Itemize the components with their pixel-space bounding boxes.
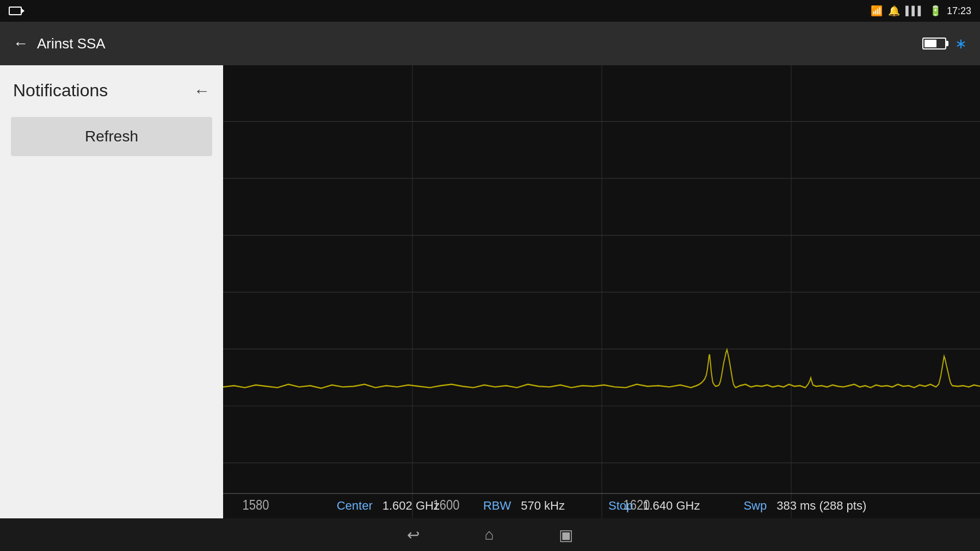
rbw-label: RBW: [483, 499, 511, 513]
nav-home-button[interactable]: ⌂: [485, 526, 494, 543]
sidebar-panel: Notifications ← Refresh: [0, 65, 223, 518]
bluetooth-icon: ∗: [955, 35, 967, 52]
main-content: Notifications ← Refresh 1580 1600 1620: [0, 65, 980, 518]
status-bar-left: [9, 7, 22, 15]
status-time: 17:23: [947, 5, 971, 17]
rbw-info: RBW 570 kHz: [483, 499, 565, 513]
notifications-status-icon: 🔔: [888, 5, 900, 17]
sidebar-close-button[interactable]: ←: [194, 82, 210, 100]
header-left: ← Arinst SSA: [13, 35, 106, 52]
app-header: ← Arinst SSA ∗: [0, 22, 980, 65]
nav-back-button[interactable]: ↩: [407, 526, 420, 544]
camera-icon: [9, 7, 22, 15]
nav-recents-button[interactable]: ▣: [559, 526, 573, 544]
battery-icon: [922, 38, 946, 49]
center-info: Center 1.602 GHz: [337, 499, 440, 513]
header-back-button[interactable]: ←: [13, 35, 28, 52]
refresh-button[interactable]: Refresh: [11, 117, 212, 156]
center-label: Center: [337, 499, 373, 513]
header-right: ∗: [922, 35, 967, 52]
swp-value: 383 ms (288 pts): [776, 499, 866, 513]
battery-status-icon: 🔋: [929, 5, 941, 17]
stop-value: 1.640 GHz: [643, 499, 700, 513]
status-bar: 📶 🔔 ▌▌▌ 🔋 17:23: [0, 0, 980, 22]
chart-info-bar: Center 1.602 GHz RBW 570 kHz Stop 1.640 …: [223, 499, 980, 513]
app-title: Arinst SSA: [37, 35, 106, 52]
stop-label: Stop: [608, 499, 633, 513]
sidebar-header: Notifications ←: [0, 65, 223, 112]
swp-info: Swp 383 ms (288 pts): [743, 499, 866, 513]
center-value: 1.602 GHz: [383, 499, 440, 513]
signal-icon: ▌▌▌: [905, 6, 924, 16]
rbw-value: 570 kHz: [521, 499, 565, 513]
battery-fill: [924, 40, 936, 47]
spectrum-chart: 1580 1600 1620 Center 1.602 GHz RBW 570 …: [223, 65, 980, 518]
status-bar-right: 📶 🔔 ▌▌▌ 🔋 17:23: [871, 5, 971, 17]
sidebar-title: Notifications: [13, 81, 108, 101]
swp-label: Swp: [743, 499, 767, 513]
spectrum-svg: 1580 1600 1620: [223, 65, 980, 518]
nav-bar: ↩ ⌂ ▣: [0, 518, 980, 551]
stop-info: Stop 1.640 GHz: [608, 499, 700, 513]
bluetooth-status-icon: 📶: [871, 5, 883, 17]
